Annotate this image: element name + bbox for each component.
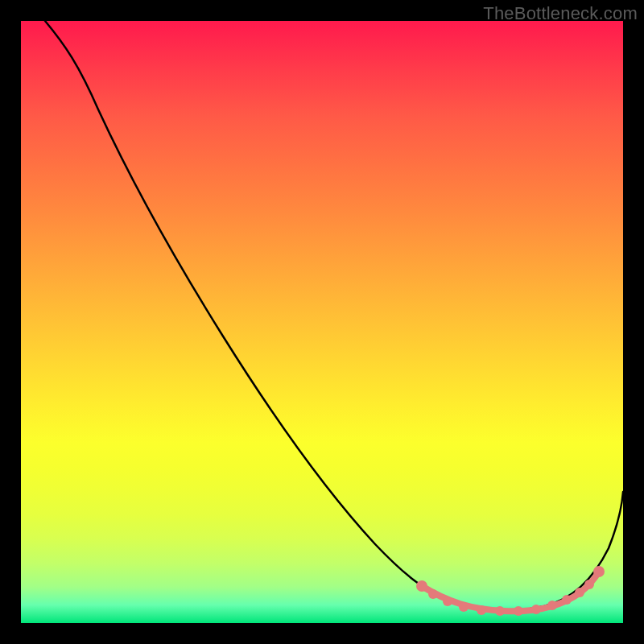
- chart-frame: TheBottleneck.com: [0, 0, 644, 644]
- marker-dot: [575, 588, 584, 597]
- chart-svg: [21, 21, 623, 623]
- marker-dot: [459, 602, 469, 612]
- marker-dot: [531, 605, 541, 614]
- bottleneck-curve: [45, 21, 623, 610]
- marker-dot: [495, 606, 505, 616]
- marker-dot: [416, 580, 427, 592]
- marker-dot: [547, 601, 557, 610]
- marker-dot: [593, 566, 605, 577]
- marker-dot: [428, 589, 438, 599]
- marker-dot: [562, 595, 572, 605]
- marker-dot: [477, 605, 486, 615]
- attribution-text: TheBottleneck.com: [483, 3, 638, 24]
- marker-dot: [514, 606, 523, 616]
- plot-area: [21, 21, 623, 623]
- marker-dot: [584, 580, 594, 589]
- marker-dot: [443, 597, 452, 606]
